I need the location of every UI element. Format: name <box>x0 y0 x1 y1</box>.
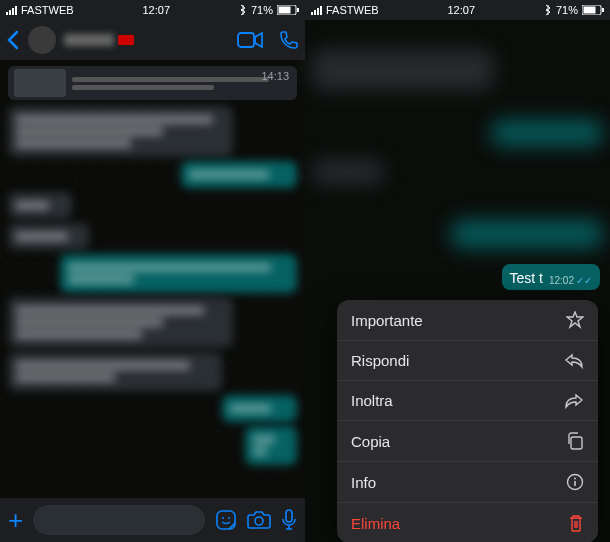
svg-rect-2 <box>297 8 299 12</box>
menu-item-label: Inoltra <box>351 392 393 409</box>
carrier-label: FASTWEB <box>21 4 74 16</box>
message-input[interactable] <box>33 505 205 535</box>
svg-rect-15 <box>574 481 576 486</box>
battery-icon <box>582 5 604 15</box>
message-outgoing[interactable] <box>245 426 297 465</box>
chat-body[interactable]: 14:13 <box>0 60 305 498</box>
videocall-button[interactable] <box>237 31 263 49</box>
svg-rect-10 <box>584 7 596 14</box>
message-outgoing[interactable] <box>60 254 297 293</box>
message-outgoing[interactable] <box>181 161 297 188</box>
bluetooth-icon <box>544 4 552 16</box>
svg-point-6 <box>228 517 230 519</box>
copy-icon <box>566 432 584 450</box>
menu-item-label: Elimina <box>351 515 400 532</box>
menu-item-info[interactable]: Info <box>337 462 598 503</box>
selected-message[interactable]: Test t 12:02 ✓✓ <box>502 264 601 290</box>
input-bar: + <box>0 498 305 542</box>
right-screen: FASTWEB 12:07 71% Test t 12:02 ✓✓ Import… <box>305 0 610 542</box>
read-checks-icon: ✓✓ <box>576 275 592 286</box>
chat-header <box>0 20 305 60</box>
camera-button[interactable] <box>247 510 271 530</box>
signal-icon <box>311 6 322 15</box>
back-button[interactable] <box>6 30 20 50</box>
menu-item-label: Copia <box>351 433 390 450</box>
battery-pct: 71% <box>556 4 578 16</box>
menu-item-rispondi[interactable]: Rispondi <box>337 341 598 381</box>
menu-item-inoltra[interactable]: Inoltra <box>337 381 598 421</box>
status-bar: FASTWEB 12:07 71% <box>305 0 610 20</box>
battery-pct: 71% <box>251 4 273 16</box>
svg-point-14 <box>574 478 576 480</box>
flag-icon <box>118 35 134 45</box>
message-incoming[interactable] <box>8 192 72 219</box>
left-screen: FASTWEB 12:07 71% <box>0 0 305 542</box>
menu-item-copia[interactable]: Copia <box>337 421 598 462</box>
status-bar: FASTWEB 12:07 71% <box>0 0 305 20</box>
message-time: 12:02 <box>549 275 574 286</box>
sticker-button[interactable] <box>215 509 237 531</box>
trash-icon <box>568 514 584 532</box>
battery-icon <box>277 5 299 15</box>
info-icon <box>566 473 584 491</box>
message-incoming[interactable] <box>8 106 233 157</box>
avatar[interactable] <box>28 26 56 54</box>
star-icon <box>566 311 584 329</box>
mic-button[interactable] <box>281 509 297 531</box>
bluetooth-icon <box>239 4 247 16</box>
media-time: 14:13 <box>261 70 289 82</box>
signal-icon <box>6 6 17 15</box>
chat-title[interactable] <box>64 34 229 46</box>
svg-rect-11 <box>602 8 604 12</box>
status-time: 12:07 <box>448 4 476 16</box>
svg-rect-12 <box>571 437 582 449</box>
svg-point-5 <box>222 517 224 519</box>
menu-item-label: Rispondi <box>351 352 409 369</box>
carrier-label: FASTWEB <box>326 4 379 16</box>
svg-rect-1 <box>279 7 291 14</box>
menu-item-elimina[interactable]: Elimina <box>337 503 598 542</box>
message-incoming[interactable] <box>8 297 233 348</box>
message-text: Test t <box>510 270 543 286</box>
menu-item-label: Info <box>351 474 376 491</box>
reply-icon <box>564 353 584 369</box>
svg-rect-8 <box>286 510 292 522</box>
status-time: 12:07 <box>143 4 171 16</box>
message-outgoing[interactable] <box>222 395 297 422</box>
menu-item-importante[interactable]: Importante <box>337 300 598 341</box>
context-menu: Importante Rispondi Inoltra Copia Info <box>337 300 598 542</box>
media-preview[interactable]: 14:13 <box>8 66 297 100</box>
menu-item-label: Importante <box>351 312 423 329</box>
svg-point-7 <box>255 517 263 525</box>
forward-icon <box>564 393 584 409</box>
attach-button[interactable]: + <box>8 505 23 536</box>
message-incoming[interactable] <box>8 223 89 250</box>
message-incoming[interactable] <box>8 352 222 391</box>
svg-rect-3 <box>238 33 254 47</box>
call-button[interactable] <box>279 30 299 50</box>
